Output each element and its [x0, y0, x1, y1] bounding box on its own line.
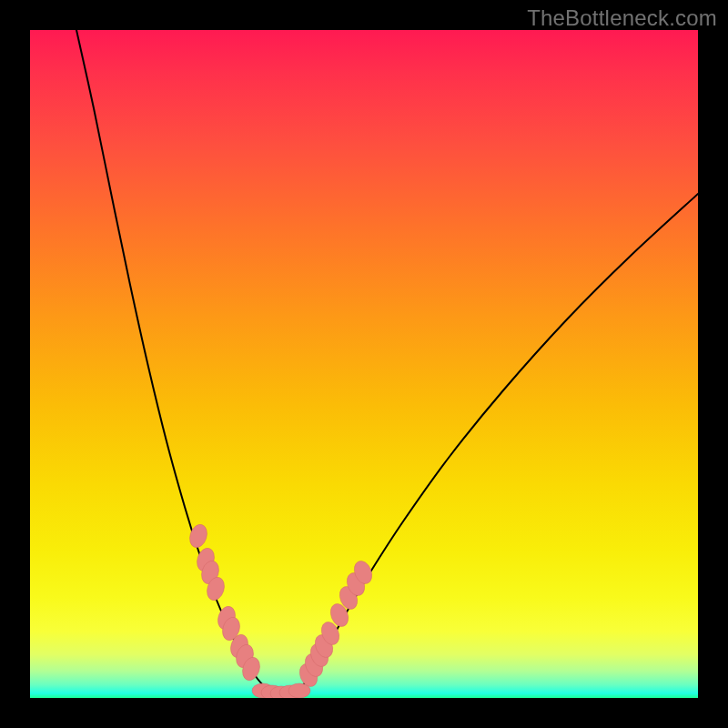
watermark-text: TheBottleneck.com	[527, 5, 717, 31]
curve-layer	[30, 30, 698, 698]
curve-group	[76, 30, 698, 693]
plot-area	[30, 30, 698, 698]
chart-frame: TheBottleneck.com	[0, 0, 728, 728]
svg-point-22	[288, 683, 310, 698]
